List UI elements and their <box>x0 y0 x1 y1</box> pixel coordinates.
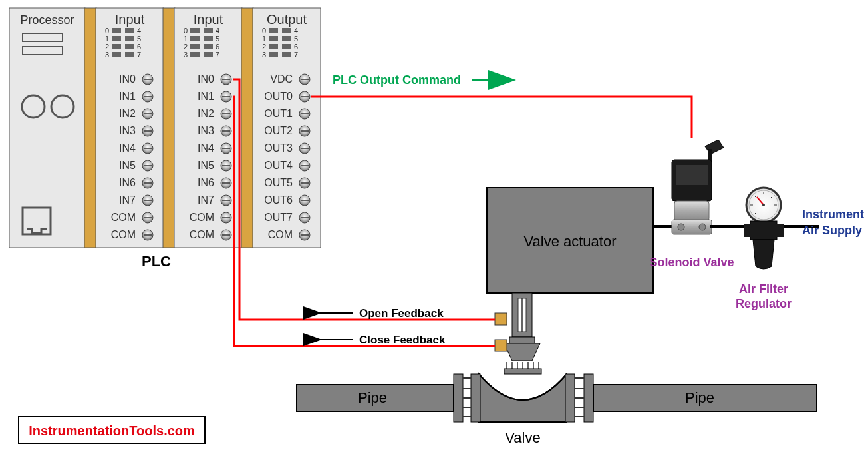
svg-rect-198 <box>776 224 784 237</box>
svg-text:0: 0 <box>105 27 109 35</box>
svg-text:OUT3: OUT3 <box>264 142 293 154</box>
svg-text:IN5: IN5 <box>198 160 214 171</box>
close-limit-switch <box>495 340 507 351</box>
svg-rect-118 <box>282 52 291 57</box>
pipe-right: Pipe <box>575 374 817 422</box>
svg-text:IN6: IN6 <box>119 177 136 188</box>
afr-label-1: Air Filter <box>739 282 788 296</box>
svg-rect-162 <box>504 369 541 374</box>
svg-text:IN7: IN7 <box>198 194 214 206</box>
svg-rect-66 <box>204 28 213 33</box>
svg-rect-181 <box>676 165 708 185</box>
svg-rect-13 <box>112 28 121 33</box>
svg-rect-112 <box>282 28 291 33</box>
svg-text:2: 2 <box>105 43 109 51</box>
svg-text:IN4: IN4 <box>198 142 214 154</box>
svg-rect-196 <box>750 221 777 240</box>
svg-rect-114 <box>282 36 291 41</box>
instrument-air-label-2: Air Supply <box>802 224 862 237</box>
svg-text:OUT1: OUT1 <box>264 108 293 119</box>
svg-rect-17 <box>112 44 121 49</box>
svg-text:6: 6 <box>216 43 219 51</box>
valve-label: Valve <box>505 429 540 446</box>
svg-text:7: 7 <box>294 51 298 59</box>
svg-text:InstrumentationTools.com: InstrumentationTools.com <box>29 423 195 438</box>
svg-text:IN4: IN4 <box>119 142 136 154</box>
svg-text:OUT6: OUT6 <box>264 194 293 206</box>
svg-point-185 <box>699 224 706 230</box>
svg-rect-116 <box>282 44 291 49</box>
svg-rect-163 <box>471 374 480 422</box>
svg-rect-1 <box>84 8 96 248</box>
svg-rect-24 <box>125 44 134 49</box>
svg-text:IN3: IN3 <box>198 125 214 136</box>
svg-text:1: 1 <box>105 35 109 43</box>
svg-text:OUT5: OUT5 <box>264 177 293 188</box>
svg-rect-68 <box>204 36 213 41</box>
svg-text:OUT0: OUT0 <box>264 91 293 102</box>
svg-text:COM: COM <box>111 212 136 223</box>
svg-rect-197 <box>744 224 752 237</box>
svg-text:COM: COM <box>268 229 293 240</box>
svg-text:IN7: IN7 <box>119 194 136 206</box>
svg-rect-72 <box>204 52 213 57</box>
svg-rect-61 <box>190 36 200 41</box>
svg-text:1: 1 <box>262 35 266 43</box>
pipe-left-label: Pipe <box>358 389 387 406</box>
svg-rect-152 <box>509 337 535 344</box>
svg-text:5: 5 <box>294 35 298 43</box>
svg-text:OUT7: OUT7 <box>264 212 293 223</box>
svg-text:6: 6 <box>137 43 141 51</box>
svg-text:IN5: IN5 <box>119 160 136 171</box>
svg-text:IN0: IN0 <box>198 73 214 85</box>
svg-text:5: 5 <box>137 35 141 43</box>
svg-text:3: 3 <box>262 51 266 59</box>
svg-text:4: 4 <box>137 27 141 35</box>
svg-rect-20 <box>125 28 134 33</box>
pipe-left: Pipe <box>297 374 471 422</box>
svg-rect-63 <box>190 44 200 49</box>
svg-text:COM: COM <box>190 212 214 223</box>
air-filter-regulator <box>744 188 784 269</box>
svg-text:2: 2 <box>262 43 266 51</box>
svg-text:3: 3 <box>184 51 188 59</box>
svg-text:IN2: IN2 <box>198 108 214 119</box>
svg-text:OUT4: OUT4 <box>264 160 293 171</box>
svg-text:COM: COM <box>190 229 214 240</box>
svg-text:3: 3 <box>105 51 109 59</box>
svg-text:OUT2: OUT2 <box>264 125 293 136</box>
svg-rect-109 <box>269 44 278 49</box>
svg-text:4: 4 <box>294 27 298 35</box>
pipe-right-label: Pipe <box>685 389 714 406</box>
open-feedback-label: Open Feedback <box>359 307 444 320</box>
svg-rect-105 <box>269 28 278 33</box>
svg-rect-173 <box>584 374 593 422</box>
svg-rect-111 <box>269 52 278 57</box>
svg-text:6: 6 <box>294 43 298 51</box>
svg-text:VDC: VDC <box>270 73 293 85</box>
module-header: Input <box>194 12 223 27</box>
solenoid-valve-label: Solenoid Valve <box>649 256 734 269</box>
svg-rect-22 <box>125 36 134 41</box>
valve-actuator-label: Valve actuator <box>523 233 616 250</box>
svg-text:IN6: IN6 <box>198 177 214 188</box>
svg-text:7: 7 <box>137 51 141 59</box>
svg-text:IN3: IN3 <box>119 125 136 136</box>
module-header: Output <box>267 12 307 27</box>
svg-rect-0 <box>9 8 85 248</box>
svg-text:2: 2 <box>184 43 188 51</box>
svg-rect-26 <box>125 52 134 57</box>
svg-text:IN2: IN2 <box>119 108 136 119</box>
output-command-label: PLC Output Command <box>333 73 461 87</box>
svg-rect-19 <box>112 52 121 57</box>
instrument-air-label-1: Instrument <box>802 208 864 221</box>
valve-actuator: Valve actuator <box>487 188 653 293</box>
svg-rect-15 <box>112 36 121 41</box>
processor-label: Processor <box>20 13 74 27</box>
svg-text:IN1: IN1 <box>198 91 214 102</box>
actuator-stem <box>504 293 541 374</box>
svg-rect-166 <box>454 374 463 422</box>
svg-rect-5 <box>241 8 253 248</box>
svg-text:IN1: IN1 <box>119 91 136 102</box>
svg-rect-164 <box>565 374 575 422</box>
